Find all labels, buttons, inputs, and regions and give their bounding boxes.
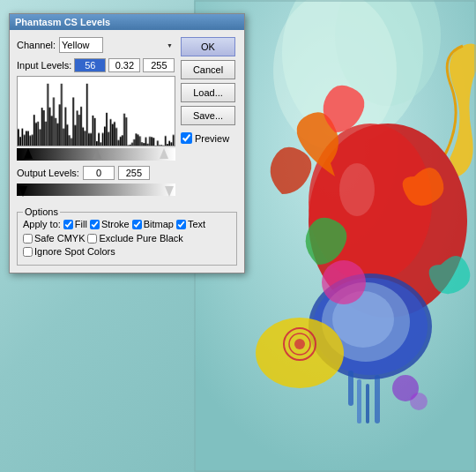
- input-level-1[interactable]: [74, 58, 106, 72]
- svg-rect-15: [375, 375, 380, 423]
- save-button[interactable]: Save...: [181, 106, 235, 125]
- stroke-checkbox-item: Stroke: [90, 219, 130, 229]
- output-level-1[interactable]: [83, 166, 115, 180]
- text-label: Text: [188, 219, 205, 229]
- exclude-pure-black-label: Exclude Pure Black: [99, 233, 182, 243]
- ignore-spot-colors-label: Ignore Spot Colors: [34, 246, 115, 257]
- channel-select[interactable]: Yellow: [59, 37, 103, 53]
- input-slider-black-thumb[interactable]: [24, 148, 33, 159]
- input-levels-row: Input Levels:: [17, 58, 175, 72]
- svg-point-18: [339, 163, 375, 216]
- safe-cmyk-checkbox-item: Safe CMYK: [23, 233, 85, 243]
- options-row-2: Safe CMYK Exclude Pure Black: [23, 233, 231, 243]
- dialog-title: Phantasm CS Levels: [15, 17, 110, 27]
- options-row-3: Ignore Spot Colors: [23, 246, 231, 257]
- ignore-spot-colors-checkbox-item: Ignore Spot Colors: [23, 246, 115, 257]
- stroke-checkbox[interactable]: [90, 220, 100, 229]
- options-legend: Options: [23, 206, 60, 217]
- output-levels-label: Output Levels:: [17, 168, 79, 178]
- output-slider-black-thumb[interactable]: [19, 186, 27, 197]
- histogram-canvas: [18, 77, 175, 146]
- preview-row: Preview: [181, 132, 237, 144]
- dialog-body: Channel: Yellow Input Levels:: [10, 30, 244, 273]
- apply-to-row: Apply to: Fill Stroke Bitmap: [23, 219, 231, 229]
- background: Phantasm CS Levels Channel: Yellow: [0, 0, 476, 472]
- output-slider-track[interactable]: [17, 184, 175, 196]
- text-checkbox[interactable]: [176, 220, 186, 229]
- output-levels-row: Output Levels:: [17, 166, 175, 180]
- ignore-spot-colors-checkbox[interactable]: [23, 247, 33, 257]
- options-section: Options Apply to: Fill Stroke Bitmap: [17, 206, 237, 266]
- svg-point-17: [410, 393, 428, 410]
- dialog-titlebar: Phantasm CS Levels: [10, 14, 244, 30]
- bitmap-checkbox-item: Bitmap: [132, 219, 174, 229]
- fill-checkbox[interactable]: [63, 220, 73, 229]
- histogram: [17, 76, 175, 146]
- ok-button[interactable]: OK: [181, 37, 235, 56]
- input-slider-track[interactable]: [17, 148, 175, 161]
- exclude-pure-black-checkbox[interactable]: [87, 234, 97, 243]
- input-level-3[interactable]: [143, 58, 175, 72]
- input-slider-mid-thumb[interactable]: [93, 148, 101, 159]
- channel-label: Channel:: [17, 40, 56, 50]
- svg-point-10: [322, 260, 366, 304]
- svg-rect-13: [357, 379, 361, 423]
- preview-checkbox[interactable]: [181, 132, 192, 144]
- preview-label: Preview: [195, 133, 229, 144]
- input-level-2[interactable]: [108, 58, 140, 72]
- channel-row: Channel: Yellow: [17, 37, 175, 53]
- svg-rect-12: [348, 371, 353, 406]
- dialog-right-panel: OK Cancel Load... Save... Preview: [181, 37, 237, 201]
- dialog-window: Phantasm CS Levels Channel: Yellow: [9, 13, 245, 273]
- svg-point-21: [294, 339, 305, 349]
- safe-cmyk-label: Safe CMYK: [34, 233, 85, 243]
- exclude-pure-black-checkbox-item: Exclude Pure Black: [87, 233, 182, 243]
- channel-select-wrapper[interactable]: Yellow: [59, 37, 175, 53]
- output-level-2[interactable]: [118, 166, 150, 180]
- dialog-left-panel: Channel: Yellow Input Levels:: [17, 37, 175, 201]
- safe-cmyk-checkbox[interactable]: [23, 234, 33, 243]
- fill-checkbox-item: Fill: [63, 219, 87, 229]
- cancel-button[interactable]: Cancel: [181, 60, 235, 79]
- dialog-main: Channel: Yellow Input Levels:: [17, 37, 237, 201]
- bitmap-label: Bitmap: [144, 219, 174, 229]
- bitmap-checkbox[interactable]: [132, 220, 142, 229]
- input-levels-label: Input Levels:: [17, 60, 71, 71]
- fill-label: Fill: [75, 219, 87, 229]
- svg-rect-14: [366, 384, 369, 423]
- output-slider-white-thumb[interactable]: [165, 186, 174, 197]
- input-slider-white-thumb[interactable]: [160, 148, 168, 159]
- apply-to-label: Apply to:: [23, 219, 61, 229]
- load-button[interactable]: Load...: [181, 83, 235, 102]
- text-checkbox-item: Text: [176, 219, 205, 229]
- stroke-label: Stroke: [101, 219, 130, 229]
